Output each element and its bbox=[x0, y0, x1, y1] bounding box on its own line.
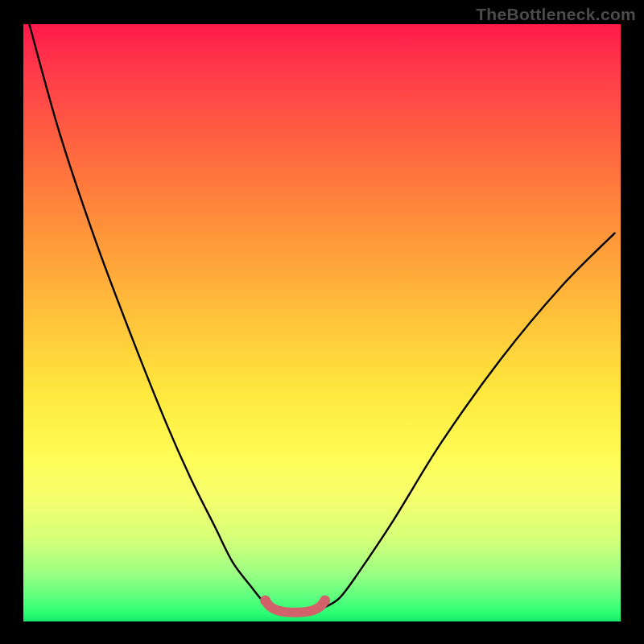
plot-area bbox=[23, 24, 621, 621]
main-curve bbox=[29, 24, 614, 612]
valley-dot-right bbox=[320, 596, 330, 606]
valley-dot-left bbox=[260, 596, 270, 606]
valley-accent bbox=[266, 601, 325, 613]
curve-layer bbox=[23, 24, 621, 621]
chart-stage: TheBottleneck.com bbox=[0, 0, 644, 644]
watermark-label: TheBottleneck.com bbox=[476, 5, 636, 24]
